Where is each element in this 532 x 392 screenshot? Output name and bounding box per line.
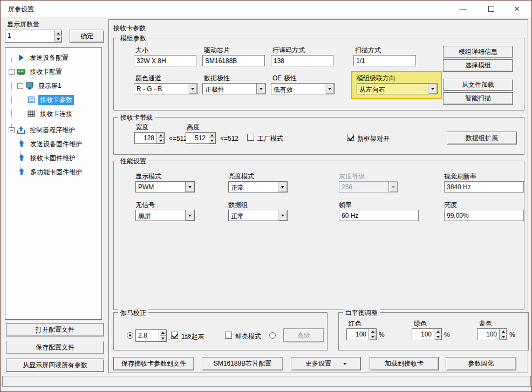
stepper-up-icon[interactable]: [499, 329, 507, 334]
color-channel-select[interactable]: R - G - B: [134, 83, 197, 94]
load-from-file-button[interactable]: 从文件加载: [443, 79, 513, 91]
height-label: 高度: [187, 123, 200, 132]
card-capacity-group: 接收卡带载 宽度 128 <=512 高度 512 <=512 工厂模式 新框架…: [113, 117, 524, 155]
driver-chip-label: 驱动芯片: [204, 46, 230, 55]
width-stepper[interactable]: 128: [134, 132, 165, 144]
stepper-up-icon[interactable]: [369, 329, 376, 334]
more-settings-button[interactable]: 更多设置: [291, 357, 361, 370]
data-group-select[interactable]: 正常: [228, 210, 288, 221]
stepper-down-icon[interactable]: [208, 138, 215, 143]
stepper-up-icon[interactable]: [434, 329, 441, 334]
collapse-icon[interactable]: [9, 69, 15, 75]
chevron-down-icon[interactable]: [185, 210, 194, 221]
factory-mode-label: 工厂模式: [257, 134, 283, 143]
stepper-up-icon[interactable]: [54, 30, 62, 36]
oe-polarity-select[interactable]: 低有效: [271, 83, 335, 94]
tree-item-multifunction-card-firmware[interactable]: 多功能卡固件维护: [5, 165, 101, 179]
close-button[interactable]: ✕: [504, 1, 529, 17]
tree-item-receiver-card-config[interactable]: 接收卡配置: [5, 65, 101, 79]
stepper-up-icon[interactable]: [208, 133, 215, 138]
green-unit-label: %: [444, 331, 450, 339]
tree-item-controller-maintenance[interactable]: 控制器程序维护: [5, 123, 101, 137]
stepper-up-icon[interactable]: [156, 133, 164, 138]
data-group-label: 数据组: [228, 201, 248, 210]
stepper-down-icon[interactable]: [54, 36, 62, 42]
module-detail-button[interactable]: 模组详细信息: [443, 46, 513, 58]
tree-item-receiver-card-params[interactable]: 接收卡参数: [5, 93, 101, 107]
save-config-file-button[interactable]: 保存配置文件: [6, 341, 104, 354]
vivid-mode-checkbox[interactable]: [225, 332, 232, 339]
display-mode-label: 显示模式: [135, 172, 161, 181]
gamma-group-title: 伽马校正: [118, 308, 148, 318]
stepper-down-icon[interactable]: [434, 334, 441, 340]
solidify-params-button[interactable]: 参数固化: [446, 357, 516, 370]
data-group-expand-button[interactable]: 数据组扩展: [447, 132, 517, 145]
red-stepper[interactable]: 100: [346, 328, 377, 340]
collapse-icon[interactable]: [9, 127, 15, 133]
green-stepper[interactable]: 100: [412, 328, 442, 340]
height-stepper[interactable]: 512: [186, 132, 216, 144]
scan-mode-field: 1/1: [353, 55, 416, 66]
brightness-mode-select[interactable]: 正常: [228, 181, 288, 192]
open-config-file-button[interactable]: 打开配置文件: [6, 323, 104, 336]
display-count-stepper[interactable]: 1: [5, 30, 62, 43]
card-capacity-group-title: 接收卡带载: [118, 113, 155, 122]
no-signal-select[interactable]: 黑屏: [135, 210, 195, 221]
maximize-button[interactable]: [479, 1, 503, 17]
chevron-down-icon[interactable]: [188, 84, 197, 94]
advanced-gamma-radio[interactable]: [269, 332, 276, 339]
chevron-down-icon[interactable]: [185, 182, 194, 192]
minimize-button[interactable]: —: [451, 1, 475, 17]
data-polarity-select[interactable]: 正极性: [202, 83, 266, 94]
confirm-button[interactable]: 确定: [70, 30, 104, 43]
collapse-icon[interactable]: [17, 83, 23, 89]
chevron-down-icon[interactable]: [256, 84, 265, 94]
chevron-down-icon[interactable]: [428, 84, 437, 94]
factory-mode-checkbox[interactable]: [247, 134, 254, 141]
tree-item-display1[interactable]: 显示屏1: [5, 79, 101, 93]
panel-header: 接收卡参数: [113, 24, 146, 33]
gray-start-checkbox[interactable]: [171, 332, 178, 339]
monitor-icon: [25, 81, 34, 90]
up-arrow-icon: [17, 140, 26, 148]
new-frame-label: 新框架对开: [357, 134, 390, 143]
load-to-card-button[interactable]: 加载到接收卡: [370, 357, 439, 370]
stepper-down-icon[interactable]: [159, 336, 166, 342]
readback-params-button[interactable]: 从显示屏回读所有参数: [6, 359, 104, 372]
performance-group-title: 性能设置: [118, 157, 148, 166]
tree-item-send-device-firmware[interactable]: 发送设备固件维护: [5, 137, 101, 151]
display-mode-select[interactable]: PWM: [135, 181, 195, 192]
display-count-label: 显示屏数量: [7, 20, 39, 29]
tree-item-send-device-config[interactable]: 发送设备配置: [5, 51, 101, 65]
card-icon: [17, 67, 25, 76]
stepper-down-icon[interactable]: [499, 334, 507, 340]
row-decode-field: 138: [271, 55, 333, 66]
cascade-direction-select[interactable]: 从左向右: [357, 83, 438, 94]
blue-stepper[interactable]: 100: [477, 328, 507, 340]
cascade-direction-label: 模组级联方向: [357, 74, 395, 83]
width-label: 宽度: [135, 123, 148, 132]
smart-scan-button[interactable]: 智能扫描: [443, 92, 513, 105]
chip-config-button[interactable]: SM16188B芯片配置: [202, 357, 283, 370]
white-balance-group-title: 白平衡调整: [343, 308, 380, 318]
stepper-down-icon[interactable]: [156, 138, 164, 143]
oe-polarity-label: OE 极性: [272, 74, 297, 83]
stepper-down-icon[interactable]: [369, 334, 376, 340]
display-count-value: 1: [8, 32, 11, 39]
new-frame-checkbox[interactable]: [347, 134, 354, 141]
visual-refresh-field: 3840 Hz: [444, 181, 524, 192]
save-params-to-file-button[interactable]: 保存接收卡参数到文件: [113, 357, 194, 370]
chevron-down-icon[interactable]: [325, 84, 334, 94]
select-module-button[interactable]: 选择模组: [443, 59, 513, 72]
gamma-stepper[interactable]: 2.8: [135, 329, 167, 342]
advanced-button: 高级: [283, 328, 324, 342]
screen-settings-window: 屏参设置 — ✕ 显示屏数量 1 确定 发送设备配置 接收卡配置 显示屏1: [0, 0, 532, 392]
gamma-correction-group: 伽马校正 2.8 1级起灰 鲜亮模式 高级: [113, 312, 328, 350]
chevron-down-icon[interactable]: [278, 182, 287, 192]
chevron-down-icon[interactable]: [278, 210, 287, 221]
stepper-up-icon[interactable]: [159, 330, 166, 336]
tree-item-receiver-card-firmware[interactable]: 接收卡固件维护: [5, 151, 101, 165]
upload-box-icon: [17, 126, 25, 134]
gamma-value-radio[interactable]: [127, 332, 133, 339]
tree-item-receiver-card-connection[interactable]: 接收卡连接: [5, 107, 101, 121]
